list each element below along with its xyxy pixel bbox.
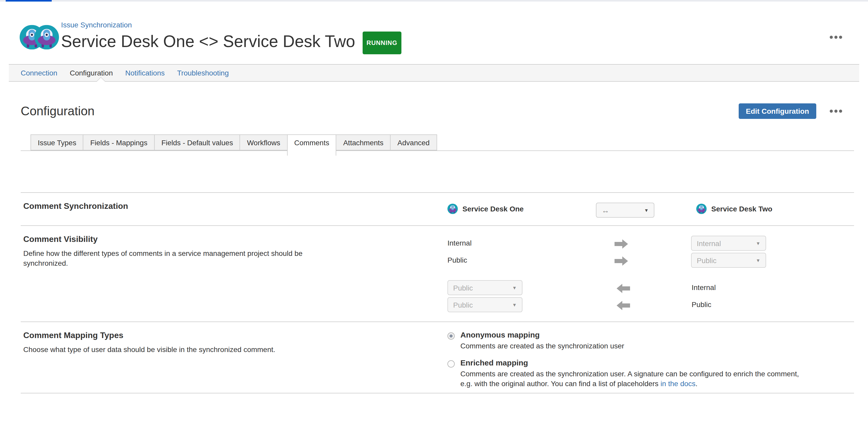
arrow-right-icon — [615, 259, 622, 263]
arrow-left-icon — [622, 286, 630, 291]
option-label: Anonymous mapping — [460, 330, 624, 340]
nav-item-troubleshooting[interactable]: Troubleshooting — [177, 69, 229, 77]
top-nav: Connection Configuration Notifications T… — [9, 64, 859, 82]
visibility-target-label: Internal — [692, 283, 716, 292]
section-comment-mapping-types: Comment Mapping Types Choose what type o… — [21, 321, 854, 393]
tab-attachments[interactable]: Attachments — [336, 134, 391, 150]
tab-issue-types[interactable]: Issue Types — [31, 134, 84, 150]
dropdown-value: Public — [453, 283, 473, 292]
visibility-source-label: Internal — [447, 239, 471, 247]
chevron-down-icon: ▼ — [508, 285, 517, 290]
visibility-target-dropdown-public[interactable]: Public ▼ — [691, 253, 766, 268]
chevron-down-icon: ▼ — [752, 258, 761, 263]
configuration-more-options-icon[interactable] — [829, 107, 843, 115]
description-text: . — [695, 379, 698, 388]
tab-fields-mappings[interactable]: Fields - Mappings — [83, 134, 155, 150]
in-the-docs-link[interactable]: in the docs — [660, 379, 695, 388]
dropdown-value: Public — [697, 256, 716, 264]
instance-one-label: Service Desk One — [462, 205, 524, 213]
chevron-down-icon: ▼ — [508, 302, 517, 307]
option-anonymous-mapping: Anonymous mapping Comments are created a… — [447, 330, 810, 351]
nav-item-notifications[interactable]: Notifications — [125, 69, 165, 77]
comment-visibility-heading: Comment Visibility — [23, 235, 97, 244]
arrow-right-icon — [615, 242, 622, 246]
configuration-tabs: Issue Types Fields - Mappings Fields - D… — [21, 134, 854, 151]
option-label: Enriched mapping — [460, 358, 807, 367]
instance-owl-icon — [696, 204, 707, 214]
comments-settings-table: Comment Synchronization Service Desk One… — [21, 192, 854, 394]
tab-advanced[interactable]: Advanced — [390, 134, 437, 150]
tab-workflows[interactable]: Workflows — [240, 134, 288, 150]
comment-synchronization-heading: Comment Synchronization — [23, 202, 128, 211]
comment-mapping-types-description: Choose what type of user data should be … — [23, 345, 308, 354]
dropdown-value: Public — [453, 301, 473, 309]
tab-fields-default-values[interactable]: Fields - Default values — [154, 134, 240, 150]
sync-direction-dropdown[interactable]: ↔ ▼ — [596, 203, 654, 217]
chevron-down-icon: ▼ — [752, 241, 761, 246]
instance-service-desk-one: Service Desk One — [447, 204, 524, 214]
page-title: Service Desk One <> Service Desk TwoRUNN… — [61, 32, 401, 54]
comment-visibility-description: Define how the different types of commen… — [23, 249, 308, 268]
comment-mapping-types-heading: Comment Mapping Types — [23, 331, 123, 340]
section-comment-synchronization: Comment Synchronization Service Desk One… — [21, 192, 854, 226]
option-description: Comments are created as the synchronizat… — [460, 341, 624, 351]
instance-service-desk-two: Service Desk Two — [696, 204, 772, 214]
edit-configuration-button[interactable]: Edit Configuration — [739, 103, 816, 119]
configuration-heading: Configuration — [21, 104, 95, 118]
instance-owl-icon — [447, 204, 458, 214]
header-more-options-icon[interactable] — [829, 34, 843, 41]
sync-owls-logo-icon — [20, 23, 59, 51]
description-text: Comments are created as the synchronizat… — [460, 369, 799, 388]
option-enriched-mapping: Enriched mapping Comments are created as… — [447, 358, 810, 389]
anonymous-mapping-radio[interactable] — [447, 332, 455, 340]
visibility-target-label: Public — [692, 300, 711, 309]
page: Issue Synchronization Service Desk One <… — [0, 0, 868, 443]
option-description: Comments are created as the synchronizat… — [460, 369, 807, 389]
instance-two-label: Service Desk Two — [711, 205, 772, 213]
visibility-source-dropdown-public[interactable]: Public ▼ — [447, 297, 523, 312]
arrow-left-icon — [622, 303, 630, 308]
chevron-down-icon: ▼ — [640, 208, 649, 213]
dropdown-value: Internal — [697, 239, 721, 247]
nav-item-connection[interactable]: Connection — [21, 69, 57, 77]
main-content: Configuration Edit Configuration Issue T… — [21, 103, 854, 394]
enriched-mapping-radio[interactable] — [447, 360, 455, 367]
status-badge: RUNNING — [362, 32, 401, 54]
page-header: Issue Synchronization Service Desk One <… — [0, 2, 868, 64]
app-breadcrumb-link[interactable]: Issue Synchronization — [61, 21, 132, 29]
visibility-target-dropdown-internal[interactable]: Internal ▼ — [691, 236, 766, 251]
nav-item-configuration[interactable]: Configuration — [70, 69, 113, 77]
page-title-text: Service Desk One <> Service Desk Two — [61, 32, 355, 50]
tab-comments[interactable]: Comments — [287, 134, 337, 156]
visibility-source-dropdown-internal[interactable]: Public ▼ — [447, 280, 523, 295]
visibility-source-label: Public — [447, 256, 467, 264]
section-comment-visibility: Comment Visibility Define how the differ… — [21, 226, 854, 321]
sync-direction-value: ↔ — [601, 206, 609, 214]
